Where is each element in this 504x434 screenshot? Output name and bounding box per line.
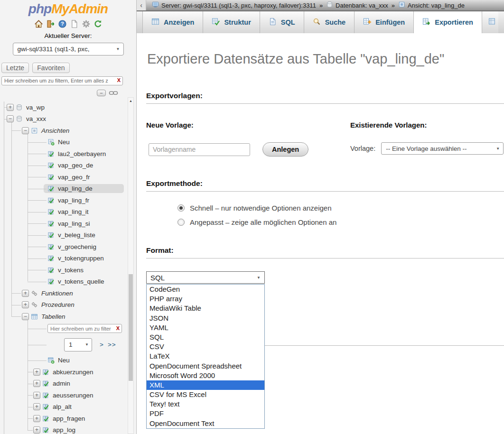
help-icon[interactable]: ? [58, 19, 67, 28]
collapse-all-button[interactable]: − [97, 90, 106, 96]
docs-icon[interactable] [70, 19, 79, 28]
tree-item-lau2-oberbayern[interactable]: lau2_oberbayern [0, 148, 127, 160]
tree-item-vap-geo-de[interactable]: vap_geo_de [0, 160, 127, 172]
template-name-input[interactable] [149, 143, 250, 156]
tree-item-vap-ling-de[interactable]: vap_ling_de [0, 183, 127, 195]
format-option-mediawiki-table[interactable]: MediaWiki Table [147, 304, 264, 313]
page-select[interactable]: 1▼ [64, 338, 92, 351]
tab-bar: AnzeigenStrukturSQLSucheEinfügenExportie… [137, 11, 504, 33]
format-option-csv-for-ms-excel[interactable]: CSV for MS Excel [147, 390, 264, 399]
view-icon [47, 208, 55, 215]
tree-item-v-beleg-liste[interactable]: v_beleg_liste [0, 230, 127, 241]
filter-clear-icon[interactable]: X [116, 325, 120, 332]
tab-exportieren[interactable]: Exportieren [414, 11, 482, 33]
tree-item-v-tokengruppen[interactable]: v_tokengruppen [0, 253, 127, 265]
tree-item-funktionen[interactable]: +Funktionen [0, 287, 127, 299]
tab-sql[interactable]: SQL [260, 11, 304, 33]
tab-suche[interactable]: Suche [304, 11, 355, 33]
logout-icon[interactable] [46, 19, 55, 28]
tree-item-vap-ling-si[interactable]: vap_ling_si [0, 218, 127, 230]
format-option-opendocument-text[interactable]: OpenDocument Text [147, 419, 264, 428]
filter-clear-icon[interactable]: X [117, 77, 121, 84]
server-select[interactable]: gwi-sql/3311 (sql1-3, pxc, ▼ [13, 43, 124, 55]
view-icon [47, 197, 55, 204]
format-option-json[interactable]: JSON [147, 314, 264, 323]
tree-item-v-tokens[interactable]: v_tokens [0, 264, 127, 276]
breadcrumb-item[interactable]: Server: gwi-sql/3311 (sql1-3, pxc, hapro… [152, 1, 316, 9]
radio-unselected-icon[interactable] [177, 219, 185, 226]
tab-struktur[interactable]: Struktur [203, 11, 260, 33]
tree-item-vap-ling-fr[interactable]: vap_ling_fr [0, 194, 127, 206]
tree-item-neu[interactable]: Neu [0, 355, 127, 367]
insert-icon [363, 18, 371, 27]
tree-item-va-wp[interactable]: +va_wp [0, 102, 127, 113]
tree-item-app-log[interactable]: +app_log [0, 425, 127, 434]
breadcrumb-separator: » [392, 2, 395, 9]
current-server-label: Aktueller Server: [0, 32, 136, 39]
last-page-link[interactable]: >> [108, 341, 116, 348]
breadcrumb-item[interactable]: Datenbank: va_xxx [326, 1, 388, 9]
tables-filter: X [47, 324, 122, 333]
scroll-up-arrow-icon[interactable]: ▲ [128, 98, 133, 104]
scrollbar-thumb[interactable] [129, 274, 133, 381]
tree-item-label: vap_ling_it [58, 208, 89, 215]
tree-item-body: aeusserungen [38, 391, 124, 400]
breadcrumb-label: Ansicht: vap_ling_de [408, 2, 465, 9]
tree-item-body: Prozeduren [27, 300, 124, 309]
tree-item-vap-ling-it[interactable]: vap_ling_it [0, 206, 127, 218]
create-template-button[interactable]: Anlegen [262, 142, 308, 157]
next-page-link[interactable]: > [100, 341, 104, 348]
tree-item-body: va_wp [12, 103, 124, 112]
tree-item-alp-alt[interactable]: +alp_alt [0, 401, 127, 413]
tables-filter-input[interactable] [47, 324, 122, 333]
method-option-custom[interactable]: Angepasst – zeige alle möglichen Optione… [177, 218, 504, 226]
format-option-codegen[interactable]: CodeGen [147, 285, 264, 294]
format-option-opendocument-spreadsheet[interactable]: OpenDocument Spreadsheet [147, 361, 264, 371]
format-select[interactable]: SQL ▼ [146, 271, 265, 284]
format-option-csv[interactable]: CSV [147, 342, 264, 351]
tree-item-ansichten[interactable]: −Ansichten [0, 125, 127, 137]
phpmyadmin-logo[interactable]: phpMyAdmin [0, 0, 136, 17]
navigation-collapse-button[interactable]: ‹ [137, 0, 146, 10]
tree-item-abkuerzungen[interactable]: +abkuerzungen [0, 366, 127, 378]
tab-label: Struktur [224, 18, 251, 26]
tab-anzeigen[interactable]: Anzeigen [142, 11, 203, 33]
settings-icon[interactable] [82, 19, 91, 28]
tree-item-va-xxx[interactable]: −va_xxx [0, 113, 127, 125]
tree-item-body: vap_geo_de [44, 161, 124, 170]
tab-import[interactable] [482, 11, 498, 33]
format-option-php-array[interactable]: PHP array [147, 294, 264, 304]
tree-item-neu[interactable]: Neu [0, 137, 127, 148]
method-option-quick[interactable]: Schnell – nur notwendige Optionen anzeig… [177, 204, 504, 212]
format-option-pdf[interactable]: PDF [147, 409, 264, 418]
tree-item-vap-geo-fr[interactable]: vap_geo_fr [0, 171, 127, 183]
format-option-sql[interactable]: SQL [147, 332, 264, 342]
format-option-microsoft-word-2000[interactable]: Microsoft Word 2000 [147, 371, 264, 380]
tree-item-tabellen[interactable]: −Tabellen [0, 311, 127, 323]
format-option-latex[interactable]: LaTeX [147, 351, 264, 361]
link-with-main-panel-icon[interactable] [109, 90, 118, 96]
tab-einf-gen[interactable]: Einfügen [355, 11, 414, 33]
sidebar-scrollbar[interactable]: ▲ [128, 97, 134, 434]
format-option-texy-text[interactable]: Texy! text [147, 399, 264, 409]
view-icon [47, 255, 55, 262]
navigation-filter-input[interactable] [1, 76, 123, 85]
format-option-yaml[interactable]: YAML [147, 323, 264, 332]
radio-selected-icon[interactable] [177, 204, 185, 212]
chevron-down-icon: ▼ [257, 276, 261, 280]
tree-item-admin[interactable]: +admin [0, 378, 127, 390]
tree-item-v-tokens-quelle[interactable]: v_tokens_quelle [0, 276, 127, 288]
tree-item-label: Neu [58, 139, 70, 146]
nav-tab-letzte[interactable]: Letzte [1, 63, 29, 73]
nav-tab-favoriten[interactable]: Favoriten [32, 63, 69, 73]
format-option-xml[interactable]: XML [147, 380, 264, 390]
template-select[interactable]: -- Eine Vorlage auswählen -- ▼ [381, 142, 504, 155]
breadcrumb-item[interactable]: Ansicht: vap_ling_de [398, 1, 465, 9]
tables-group-icon [31, 313, 38, 320]
home-icon[interactable] [34, 19, 43, 28]
tree-item-app-fragen[interactable]: +app_fragen [0, 413, 127, 425]
tree-item-aeusserungen[interactable]: +aeusserungen [0, 389, 127, 401]
tree-item-v-groechenig[interactable]: v_groechenig [0, 241, 127, 253]
refresh-icon[interactable] [93, 19, 103, 28]
tree-item-prozeduren[interactable]: +Prozeduren [0, 299, 127, 311]
